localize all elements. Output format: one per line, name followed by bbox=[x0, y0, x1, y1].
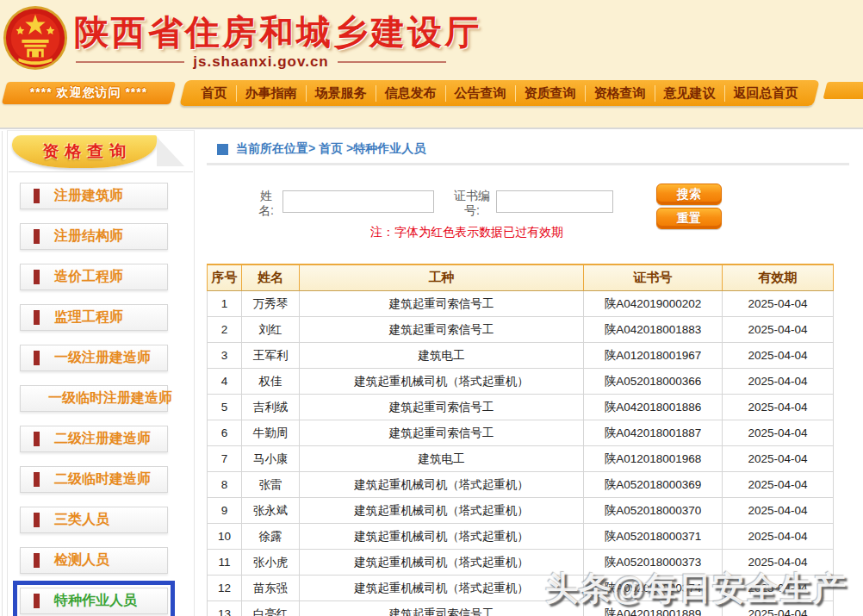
sidebar: 资格查询 注册建筑师注册结构师造价工程师监理工程师一级注册建造师一级临时注册建造… bbox=[7, 130, 195, 616]
sidebar-item[interactable]: 检测人员 bbox=[20, 547, 168, 574]
table-cell: 张永斌 bbox=[242, 498, 300, 524]
rule-right bbox=[338, 61, 446, 63]
sidebar-item[interactable]: 二级注册建造师 bbox=[20, 426, 168, 452]
table-cell: 5 bbox=[208, 395, 242, 420]
sidebar-item-label: 三类人员 bbox=[54, 511, 109, 529]
table-cell: 建筑起重司索信号工 bbox=[300, 317, 584, 343]
site-url: js.shaanxi.gov.cn bbox=[193, 53, 328, 71]
sidebar-item-label: 二级临时建造师 bbox=[54, 470, 151, 488]
table-row: 2刘红建筑起重司索信号工陕A0420180018832025-04-04 bbox=[207, 317, 834, 343]
nav-item-6[interactable]: 资质查询 bbox=[515, 85, 585, 102]
table-cell: 陕A012018001967 bbox=[584, 343, 723, 369]
table-row: 8张雷建筑起重机械司机（塔式起重机）陕A0520180003692025-04-… bbox=[207, 472, 834, 498]
table-cell: 万秀琴 bbox=[242, 291, 300, 317]
cert-number-field-label: 证书编号: bbox=[451, 189, 493, 218]
table-cell: 12 bbox=[208, 576, 242, 601]
sidebar-item-label: 特种作业人员 bbox=[54, 592, 137, 610]
nav-item-1[interactable]: 首页 bbox=[193, 85, 236, 102]
table-cell: 陕A052018000370 bbox=[584, 498, 723, 524]
table-cell: 陕A012018001968 bbox=[584, 446, 723, 472]
table-cell: 建筑起重机械司机（塔式起重机） bbox=[300, 472, 584, 498]
table-cell: 1 bbox=[208, 291, 242, 317]
red-bar-icon bbox=[34, 594, 40, 608]
sidebar-item[interactable]: 特种作业人员 bbox=[20, 588, 168, 614]
sidebar-item[interactable]: 一级临时注册建造师 bbox=[20, 385, 168, 412]
breadcrumb-square-icon bbox=[217, 144, 228, 155]
table-cell: 13 bbox=[208, 601, 242, 616]
red-bar-icon bbox=[34, 189, 40, 203]
national-emblem-logo bbox=[2, 3, 69, 72]
table-cell: 2025-04-04 bbox=[723, 343, 834, 369]
sidebar-item[interactable]: 监理工程师 bbox=[20, 304, 168, 331]
sidebar-menu: 注册建筑师注册结构师造价工程师监理工程师一级注册建造师一级临时注册建造师二级注册… bbox=[20, 183, 168, 616]
name-input[interactable] bbox=[282, 190, 434, 213]
results-table-header: 序号姓名工种证书号有效期 bbox=[207, 264, 834, 291]
site-title: 陕西省住房和城乡建设厅 bbox=[74, 9, 481, 56]
table-cell: 马小康 bbox=[242, 446, 300, 472]
table-cell: 陕A052018000369 bbox=[584, 472, 723, 498]
red-bar-icon bbox=[34, 432, 40, 446]
sidebar-item[interactable]: 注册结构师 bbox=[20, 223, 168, 250]
sidebar-item-label: 二级注册建造师 bbox=[54, 430, 151, 448]
table-cell: 8 bbox=[208, 472, 242, 498]
search-button[interactable]: 搜索 bbox=[656, 184, 722, 205]
nav-item-5[interactable]: 公告查询 bbox=[445, 85, 515, 102]
table-cell: 张雷 bbox=[242, 472, 300, 498]
table-cell: 2025-04-04 bbox=[723, 317, 834, 343]
table-cell: 11 bbox=[208, 550, 242, 576]
welcome-ribbon: **** 欢迎您访问 **** bbox=[4, 82, 173, 104]
welcome-text: **** 欢迎您访问 **** bbox=[4, 82, 173, 104]
sidebar-item-label: 注册结构师 bbox=[54, 227, 123, 246]
sidebar-item-label: 一级注册建造师 bbox=[54, 349, 151, 367]
breadcrumb-text: 当前所在位置> 首页 >特种作业人员 bbox=[236, 141, 425, 157]
sidebar-item[interactable]: 三类人员 bbox=[20, 507, 168, 533]
red-bar-icon bbox=[34, 270, 40, 284]
reset-button[interactable]: 重置 bbox=[656, 208, 722, 229]
nav-item-8[interactable]: 意见建议 bbox=[655, 85, 724, 102]
nav-item-4[interactable]: 信息发布 bbox=[376, 85, 445, 102]
nav-item-7[interactable]: 资格查询 bbox=[585, 85, 655, 102]
table-cell: 3 bbox=[208, 343, 242, 369]
table-cell: 2025-04-04 bbox=[723, 395, 834, 420]
table-cell: 2025-04-04 bbox=[723, 420, 834, 446]
table-row: 10徐露建筑起重机械司机（塔式起重机）陕A0520180003712025-04… bbox=[207, 524, 834, 550]
table-header-cell: 证书号 bbox=[584, 265, 723, 291]
table-cell: 陕A042018001887 bbox=[584, 420, 723, 446]
breadcrumb-divider bbox=[207, 163, 849, 165]
table-cell: 2025-04-04 bbox=[723, 446, 834, 472]
sidebar-title-banner: 资格查询 bbox=[12, 135, 157, 168]
table-cell: 7 bbox=[208, 446, 242, 472]
page-left-border bbox=[2, 131, 3, 616]
nav-item-2[interactable]: 办事指南 bbox=[236, 85, 306, 102]
table-cell: 2025-04-04 bbox=[723, 524, 834, 550]
nav-item-9[interactable]: 返回总首页 bbox=[724, 85, 807, 102]
table-cell: 建筑起重司索信号工 bbox=[300, 601, 584, 616]
table-cell: 建筑电工 bbox=[300, 343, 584, 369]
table-cell: 4 bbox=[208, 369, 242, 395]
table-cell: 建筑起重司索信号工 bbox=[300, 291, 584, 317]
cert-number-input[interactable] bbox=[496, 190, 613, 213]
table-cell: 白亮红 bbox=[242, 601, 300, 616]
breadcrumb[interactable]: 当前所在位置> 首页 >特种作业人员 bbox=[217, 141, 425, 157]
sidebar-item[interactable]: 一级注册建造师 bbox=[20, 345, 168, 371]
table-row: 5吉利绒建筑起重司索信号工陕A0420180018862025-04-04 bbox=[207, 395, 834, 420]
navbar-right-stub bbox=[823, 82, 863, 99]
sidebar-title: 资格查询 bbox=[37, 140, 133, 163]
sidebar-item-label: 一级临时注册建造师 bbox=[48, 389, 172, 408]
table-row: 6牛勤周建筑起重司索信号工陕A0420180018872025-04-04 bbox=[207, 420, 834, 446]
nav-item-3[interactable]: 场景服务 bbox=[306, 85, 376, 102]
sidebar-item[interactable]: 造价工程师 bbox=[20, 264, 168, 290]
sidebar-item[interactable]: 二级临时建造师 bbox=[20, 466, 168, 493]
table-cell: 建筑起重司索信号工 bbox=[300, 420, 584, 446]
table-cell: 陕A042019000202 bbox=[584, 291, 723, 317]
sidebar-item[interactable]: 注册建筑师 bbox=[20, 183, 168, 209]
nav-menu: 首页办事指南场景服务信息发布公告查询资质查询资格查询意见建议返回总首页 bbox=[183, 80, 816, 106]
red-bar-icon bbox=[34, 513, 40, 527]
table-cell: 吉利绒 bbox=[242, 395, 300, 420]
sidebar-item-label: 注册建筑师 bbox=[54, 187, 123, 205]
table-row: 9张永斌建筑起重机械司机（塔式起重机）陕A0520180003702025-04… bbox=[207, 498, 834, 524]
table-row: 3王军利建筑电工陕A0120180019672025-04-04 bbox=[207, 343, 834, 369]
red-bar-icon bbox=[34, 553, 40, 568]
name-field-label: 姓名: bbox=[253, 189, 279, 218]
table-cell: 张小虎 bbox=[242, 550, 300, 576]
